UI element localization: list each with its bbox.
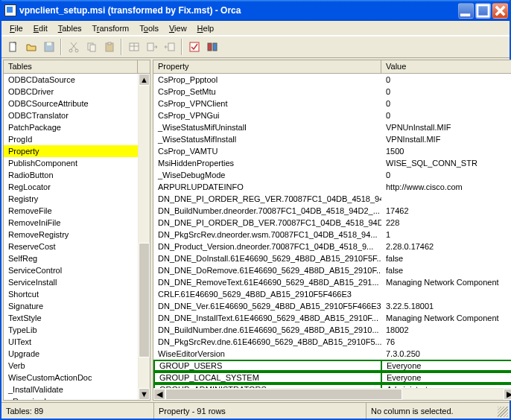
scroll-down-icon[interactable]: ▼ (139, 388, 150, 400)
property-row[interactable]: CsProp_Ppptool0 (153, 74, 511, 86)
property-name: DN_DNE_InstallText.61E46690_5629_4B8D_AB… (153, 313, 381, 323)
property-row[interactable]: ARPURLUPDATEINFOhttp://www.cisco.com (153, 181, 511, 193)
table-row[interactable]: PatchPackage (4, 121, 138, 133)
table-row[interactable]: Registry (4, 193, 138, 205)
table-row[interactable]: ReserveCost (4, 241, 138, 252)
table-row[interactable]: RemoveFile (4, 205, 138, 217)
property-name: CsProp_VAMTU (153, 146, 381, 156)
table-row[interactable]: ODBCSourceAttribute (4, 98, 138, 109)
cut-icon[interactable] (65, 39, 82, 55)
value-col-header[interactable]: Value (381, 60, 511, 73)
tool-extra-icon[interactable] (203, 39, 220, 55)
property-row[interactable]: DN_PkgSrcRev.dne.61E46690_5629_4B8D_AB15… (153, 336, 511, 348)
table-export-icon[interactable] (143, 39, 160, 55)
table-row[interactable]: _InstallValidate (4, 384, 138, 395)
table-name: Property (4, 146, 138, 156)
scroll-right-icon[interactable]: ▶ (504, 389, 511, 400)
property-row[interactable]: DN_DNE_DoRemove.61E46690_5629_4B8D_AB15_… (153, 264, 511, 276)
table-row[interactable]: RadioButton (4, 169, 138, 181)
table-row[interactable]: RegLocator (4, 181, 138, 193)
maximize-button[interactable] (475, 3, 491, 19)
property-row[interactable]: DN_PkgSrcRev.dneorder.wsm.70087FC1_04DB_… (153, 229, 511, 241)
table-row[interactable]: TextStyle (4, 312, 138, 324)
menu-tables[interactable]: Tables (53, 22, 87, 34)
table-row[interactable]: WiseCustomActionDoc (4, 372, 138, 384)
menu-help[interactable]: Help (192, 22, 220, 34)
property-row[interactable]: _WiseStatusMifUninstallVPNUnInstall.MIF (153, 121, 511, 133)
property-row[interactable]: DN_DNE_RemoveText.61E46690_5629_4B8D_AB1… (153, 276, 511, 288)
property-row[interactable]: DN_BuildNumber.dneorder.70087FC1_04DB_45… (153, 205, 511, 217)
table-add-icon[interactable] (125, 39, 142, 55)
tables-list[interactable]: ODBCDataSourceODBCDriverODBCSourceAttrib… (4, 74, 150, 400)
tables-col-header[interactable]: Tables (4, 60, 138, 73)
property-row[interactable]: MsiHiddenPropertiesWISE_SQL_CONN_STR (153, 157, 511, 169)
copy-icon[interactable] (83, 39, 100, 55)
paste-icon[interactable] (101, 39, 118, 55)
minimize-button[interactable] (458, 3, 474, 19)
table-row[interactable]: _Required (4, 395, 138, 400)
table-row[interactable]: SelfReg (4, 252, 138, 264)
table-row[interactable]: ODBCDriver (4, 86, 138, 98)
property-row[interactable]: _WiseStatusMifInstallVPNInstall.MIF (153, 133, 511, 145)
property-row[interactable]: DN_DNE_DoInstall.61E46690_5629_4B8D_AB15… (153, 252, 511, 264)
table-import-icon[interactable] (161, 39, 178, 55)
save-icon[interactable] (40, 39, 57, 55)
table-row[interactable]: TypeLib (4, 324, 138, 336)
table-row[interactable]: ODBCTranslator (4, 109, 138, 121)
property-name: DN_Product_Version.dneorder.70087FC1_04D… (153, 241, 381, 252)
scroll-left-icon[interactable]: ◀ (153, 389, 165, 400)
table-row[interactable]: Property (4, 145, 138, 157)
property-hscrollbar[interactable]: ◀ ▶ (153, 388, 511, 400)
table-row[interactable]: RemoveRegistry (4, 229, 138, 241)
property-name: DN_PkgSrcRev.dneorder.wsm.70087FC1_04DB_… (153, 229, 381, 240)
property-row[interactable]: CsProp_VPNClient0 (153, 98, 511, 109)
table-row[interactable]: PublishComponent (4, 157, 138, 169)
table-name: ServiceInstall (4, 277, 138, 287)
open-icon[interactable] (22, 39, 39, 55)
property-row[interactable]: DN_DNE_InstallText.61E46690_5629_4B8D_AB… (153, 312, 511, 324)
table-row[interactable]: Shortcut (4, 288, 138, 300)
table-row[interactable]: Verb (4, 360, 138, 372)
property-name: CRLF.61E46690_5629_4B8D_AB15_2910F5F466E… (153, 289, 381, 299)
property-row[interactable]: DN_DNE_PI_ORDER_DB_VER.70087FC1_04DB_451… (153, 217, 511, 229)
property-row[interactable]: CRLF.61E46690_5629_4B8D_AB15_2910F5F466E… (153, 288, 511, 300)
property-row[interactable]: GROUP_USERSEveryone (153, 360, 511, 372)
menu-file[interactable]: File (4, 22, 28, 34)
menu-edit[interactable]: Edit (28, 22, 53, 34)
table-row[interactable]: ServiceControl (4, 264, 138, 276)
scroll-up-icon[interactable]: ▲ (139, 74, 150, 86)
property-value: 0 (381, 98, 511, 109)
property-row[interactable]: DN_DNE_Ver.61E46690_5629_4B8D_AB15_2910F… (153, 300, 511, 312)
property-name: DN_DNE_PI_ORDER_REG_VER.70087FC1_04DB_45… (153, 194, 381, 204)
property-row[interactable]: DN_DNE_PI_ORDER_REG_VER.70087FC1_04DB_45… (153, 193, 511, 205)
table-row[interactable]: ServiceInstall (4, 276, 138, 288)
table-row[interactable]: UIText (4, 336, 138, 348)
close-button[interactable] (492, 3, 508, 19)
table-row[interactable]: ProgId (4, 133, 138, 145)
table-row[interactable]: ODBCDataSource (4, 74, 138, 86)
property-value: VPNInstall.MIF (381, 134, 511, 144)
property-list[interactable]: CsProp_Ppptool0CsProp_SetMtu0CsProp_VPNC… (153, 74, 511, 400)
table-row[interactable]: RemoveIniFile (4, 217, 138, 229)
property-row[interactable]: DN_BuildNumber.dne.61E46690_5629_4B8D_AB… (153, 324, 511, 336)
property-row[interactable]: CsProp_VPNGui0 (153, 109, 511, 121)
property-row[interactable]: _WiseDebugMode0 (153, 169, 511, 181)
property-value: 1500 (381, 146, 511, 156)
table-name: RadioButton (4, 170, 138, 180)
menu-transform[interactable]: Transform (87, 22, 135, 34)
property-row[interactable]: DN_Product_Version.dneorder.70087FC1_04D… (153, 241, 511, 252)
table-row[interactable]: Signature (4, 300, 138, 312)
property-row[interactable]: GROUP_LOCAL_SYSTEMEveryone (153, 372, 511, 384)
table-row[interactable]: Upgrade (4, 348, 138, 360)
new-icon[interactable] (4, 39, 22, 55)
menu-view[interactable]: View (164, 22, 192, 34)
menu-tools[interactable]: Tools (134, 22, 164, 34)
property-row[interactable]: CsProp_VAMTU1500 (153, 145, 511, 157)
resize-grip-icon[interactable] (498, 407, 508, 417)
validate-icon[interactable] (185, 39, 203, 55)
tables-scrollbar[interactable]: ▲ ▼ (138, 74, 150, 400)
property-value (381, 293, 511, 295)
property-col-header[interactable]: Property (153, 60, 381, 73)
property-row[interactable]: WiseEditorVersion7.3.0.250 (153, 348, 511, 360)
property-row[interactable]: CsProp_SetMtu0 (153, 86, 511, 98)
